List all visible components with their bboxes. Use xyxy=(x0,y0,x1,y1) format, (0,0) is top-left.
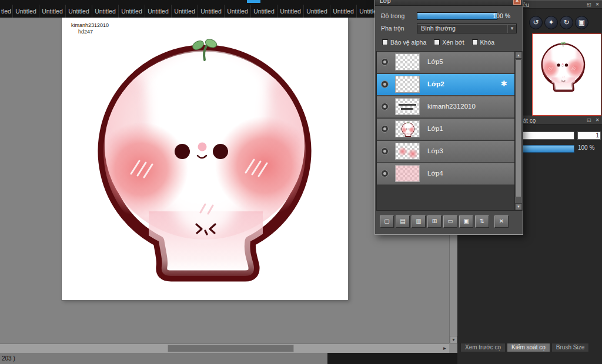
layer-visibility-toggle[interactable] xyxy=(381,103,389,110)
layer-option-checkbox[interactable]: Khóa xyxy=(472,38,495,46)
layer-list-scrollbar[interactable]: ▲ ▼ xyxy=(514,52,522,210)
layer-row[interactable]: Lớp3 xyxy=(377,141,514,163)
document-tab[interactable]: Untitled xyxy=(251,5,277,18)
new-linework-layer-button[interactable]: ▤ xyxy=(396,215,410,228)
scroll-down-button[interactable]: ▼ xyxy=(515,203,522,210)
reset-view-icon[interactable]: ✦ xyxy=(544,16,558,29)
document-tab[interactable]: Untitled xyxy=(145,5,172,18)
layer-name: kimanh2312010 xyxy=(427,103,476,110)
close-panel-icon[interactable]: ✕ xyxy=(594,1,601,8)
opacity-value: 100 % xyxy=(493,12,510,19)
horizontal-scroll-thumb[interactable] xyxy=(168,345,294,352)
rotate-cw-icon[interactable]: ↻ xyxy=(560,16,573,29)
document-tab[interactable]: Untitled xyxy=(277,5,304,18)
document-tab[interactable]: Untitled xyxy=(13,5,39,18)
opacity-slider-fill xyxy=(417,13,497,19)
opacity-slider[interactable] xyxy=(417,12,497,20)
status-text: 203 ) xyxy=(2,355,15,362)
layer-list-rows: Lớp5Lớp2✱kimanh2312010Lớp1Lớp3Lớp4 xyxy=(377,52,514,210)
brush-size-slider[interactable] xyxy=(520,145,574,153)
document-tab[interactable]: Untitled xyxy=(304,5,330,18)
opacity-label: Độ trong xyxy=(381,12,404,19)
scroll-down-button[interactable]: ▼ xyxy=(450,336,457,343)
layer-visibility-toggle[interactable] xyxy=(381,170,389,177)
scrollbar-corner xyxy=(449,343,457,353)
new-layer-button[interactable]: ▢ xyxy=(380,215,394,228)
document-tab[interactable]: Untitled xyxy=(172,5,198,18)
dock-tab[interactable]: Brush Size xyxy=(551,343,589,352)
merge-layer-button[interactable]: ⇅ xyxy=(475,215,489,228)
scroll-up-button[interactable]: ▲ xyxy=(515,52,522,59)
layer-option-checkbox[interactable]: Xén bớt xyxy=(434,38,464,46)
dock-tab[interactable]: Kiểm soát cọ xyxy=(507,343,550,352)
float-panel-icon[interactable]: ◱ xyxy=(586,117,593,124)
layer-row[interactable]: Lớp5 xyxy=(377,52,514,73)
rotate-ccw-icon[interactable]: ↺ xyxy=(529,16,543,29)
float-panel-icon[interactable]: ◱ xyxy=(586,1,593,8)
layer-visibility-toggle[interactable] xyxy=(381,147,389,155)
document-tab[interactable]: Untitled xyxy=(198,5,225,18)
checkbox-label: Khóa xyxy=(480,39,495,46)
dock-tab[interactable]: Xem trước cọ xyxy=(460,343,506,352)
layer-option-checkbox[interactable]: Bảo vệ alpha xyxy=(382,38,426,46)
document-tab[interactable]: Untitled xyxy=(225,5,251,18)
artist-signature-line2: hd247 xyxy=(78,29,109,35)
checkbox-label: Xén bớt xyxy=(442,39,464,46)
document-tab[interactable]: Untitled xyxy=(39,5,66,18)
artist-signature-line1: kimanh2312010 xyxy=(71,22,109,29)
new-folder-button[interactable]: ▭ xyxy=(443,215,457,228)
active-tab-indicator xyxy=(247,0,260,3)
checkbox-box[interactable] xyxy=(472,39,478,45)
checkbox-box[interactable] xyxy=(382,39,388,45)
blend-mode-dropdown[interactable]: Bình thường ▾ xyxy=(417,23,517,33)
status-bar-dark-section xyxy=(327,353,457,364)
blend-label: Pha trộn xyxy=(381,25,404,32)
layer-settings-icon[interactable]: ✱ xyxy=(501,79,507,88)
close-panel-icon[interactable]: ✕ xyxy=(594,117,601,124)
paint-app-window: tledUntitledUntitledUntitledUntitledUnti… xyxy=(0,0,602,364)
layer-blend-row: Pha trộn Bình thường ▾ xyxy=(375,23,523,34)
layer-thumbnail xyxy=(395,165,420,182)
scroll-right-button[interactable]: ► xyxy=(440,345,449,353)
status-bar: 203 ) xyxy=(0,353,457,364)
layer-name: Lớp3 xyxy=(427,147,443,154)
brush-size-value: 100 % xyxy=(578,144,594,151)
layer-list-scroll-thumb[interactable] xyxy=(516,59,521,197)
duplicate-layer-button[interactable]: ▣ xyxy=(459,215,473,228)
layer-thumbnail xyxy=(395,76,420,93)
brush-parameter-track[interactable] xyxy=(520,132,574,140)
drawing-canvas[interactable]: kimanh2312010 hd247 xyxy=(62,18,348,300)
layer-thumbnail xyxy=(395,53,420,70)
layer-list: Lớp5Lớp2✱kimanh2312010Lớp1Lớp3Lớp4 ▲ ▼ xyxy=(376,51,523,211)
navigator-preview[interactable] xyxy=(532,33,601,116)
layer-row[interactable]: Lớp4 xyxy=(377,163,514,185)
layer-toolbar: ▢▤▥⊞▭▣⇅✕ xyxy=(380,214,509,228)
layer-row[interactable]: Lớp1 xyxy=(377,119,514,140)
layers-view-icon[interactable]: ▣ xyxy=(575,16,588,29)
layer-visibility-toggle[interactable] xyxy=(381,80,389,88)
document-tab[interactable]: Untitled xyxy=(119,5,145,18)
checkbox-box[interactable] xyxy=(434,39,440,45)
new-paper-layer-button[interactable]: ▥ xyxy=(412,215,426,228)
document-tab[interactable]: Untitled xyxy=(330,5,357,18)
layer-name: Lớp4 xyxy=(427,170,443,177)
layer-name: Lớp2 xyxy=(427,80,444,87)
layer-visibility-toggle[interactable] xyxy=(381,58,389,66)
dock-bottom-tabs: Xem trước cọKiểm soát cọBrush Size xyxy=(460,343,589,352)
new-layer-set-button[interactable]: ⊞ xyxy=(427,215,442,228)
layer-row[interactable]: kimanh2312010 xyxy=(377,96,514,118)
horizontal-scrollbar[interactable]: ► xyxy=(0,343,449,353)
layers-panel-titlebar[interactable]: Lớp ✕ xyxy=(375,0,523,6)
layer-thumbnail xyxy=(395,143,420,160)
layer-visibility-toggle[interactable] xyxy=(381,125,389,133)
delete-layer-button[interactable]: ✕ xyxy=(494,215,509,228)
layers-panel-close-icon[interactable]: ✕ xyxy=(513,0,521,5)
chevron-down-icon[interactable]: ▾ xyxy=(507,24,516,33)
document-tab[interactable]: Untitled xyxy=(92,5,119,18)
layer-row[interactable]: Lớp2✱ xyxy=(377,74,514,96)
document-tab[interactable]: Untitled xyxy=(66,5,92,18)
document-tab[interactable]: tled xyxy=(0,5,13,18)
layer-name: Lớp1 xyxy=(427,125,443,132)
layer-thumbnail xyxy=(395,98,420,115)
brush-parameter-value[interactable]: 1 xyxy=(577,132,601,140)
